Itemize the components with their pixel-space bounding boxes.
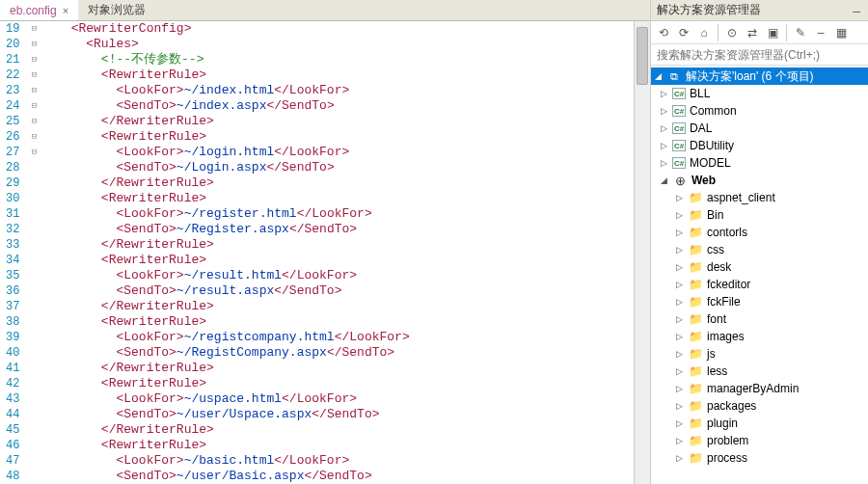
folder-node[interactable]: ▷📁plugin (651, 415, 868, 432)
folder-node[interactable]: ▷📁packages (651, 397, 868, 415)
folder-icon: 📁 (688, 364, 703, 378)
globe-icon: ⊕ (672, 174, 688, 187)
folder-icon: 📁 (688, 278, 703, 291)
toolbar-button[interactable]: ✎ (792, 24, 809, 41)
separator (718, 24, 719, 41)
scrollbar-thumb[interactable] (637, 27, 648, 85)
tab-label: eb.config (10, 4, 57, 17)
minimize-icon[interactable]: – (851, 3, 862, 18)
folder-node[interactable]: ▷📁fckeditor (651, 276, 868, 293)
expander-icon[interactable]: ▷ (674, 314, 684, 324)
toolbar-button[interactable]: ⇄ (744, 24, 761, 41)
solution-explorer: 解决方案资源管理器 – ⟲⟳⌂⊙⇄▣✎–▦ ◢⧉解决方案'loan' (6 个项… (651, 0, 868, 484)
project-node[interactable]: ▷C#Common (651, 102, 868, 120)
node-label: packages (707, 399, 756, 413)
folder-node[interactable]: ▷📁contorls (651, 224, 868, 241)
expander-icon[interactable]: ◢ (659, 175, 668, 185)
folder-node[interactable]: ▷📁problem (651, 432, 868, 449)
folder-icon: 📁 (688, 382, 703, 395)
expander-icon[interactable]: ◢ (653, 71, 663, 81)
expander-icon[interactable]: ▷ (674, 332, 684, 341)
tab-active[interactable]: eb.config × (0, 0, 78, 20)
expander-icon[interactable]: ▷ (674, 366, 684, 376)
folder-icon: 📁 (688, 191, 703, 204)
expander-icon[interactable]: ▷ (659, 158, 668, 168)
folder-icon: 📁 (688, 451, 703, 465)
line-number-gutter: 1920212223242526272829303132333435363738… (0, 21, 27, 484)
folder-node[interactable]: ▷📁font (651, 310, 868, 328)
node-label: css (707, 243, 724, 256)
scrollbar-vertical[interactable] (634, 21, 650, 484)
node-label: contorls (707, 226, 747, 239)
toolbar-button[interactable]: ⌂ (695, 24, 713, 41)
folder-node[interactable]: ▷📁Bin (651, 206, 868, 224)
fold-column[interactable]: ⊟⊟⊟⊟⊟⊟⊟⊟⊟ (27, 21, 41, 484)
tab-label: 对象浏览器 (88, 2, 146, 18)
expander-icon[interactable]: ▷ (674, 401, 684, 411)
node-label: managerByAdmin (707, 382, 799, 395)
expander-icon[interactable]: ▷ (674, 297, 684, 307)
search-input[interactable] (651, 48, 868, 62)
expander-icon[interactable]: ▷ (659, 141, 668, 150)
expander-icon[interactable]: ▷ (674, 349, 684, 359)
folder-node[interactable]: ▷📁less (651, 363, 868, 380)
expander-icon[interactable]: ▷ (674, 418, 684, 428)
expander-icon[interactable]: ▷ (674, 453, 684, 463)
csproj-icon: C# (672, 157, 686, 169)
web-project-node[interactable]: ◢⊕Web (651, 172, 868, 189)
close-icon[interactable]: × (63, 5, 68, 16)
solution-node[interactable]: ◢⧉解决方案'loan' (6 个项目) (651, 67, 868, 85)
expander-icon[interactable]: ▷ (674, 262, 684, 272)
folder-node[interactable]: ▷📁aspnet_client (651, 189, 868, 206)
toolbar-button[interactable]: ⟳ (675, 24, 692, 41)
solution-icon: ⧉ (666, 69, 682, 83)
folder-node[interactable]: ▷📁managerByAdmin (651, 380, 868, 397)
folder-node[interactable]: ▷📁fckFile (651, 293, 868, 310)
toolbar-button[interactable]: ⊙ (723, 24, 741, 41)
expander-icon[interactable]: ▷ (674, 228, 684, 237)
folder-icon: 📁 (688, 417, 703, 430)
expander-icon[interactable]: ▷ (674, 193, 684, 202)
solution-title-bar: 解决方案资源管理器 – (651, 0, 868, 21)
expander-icon[interactable]: ▷ (659, 123, 668, 133)
node-label: less (707, 364, 727, 378)
expander-icon[interactable]: ▷ (674, 245, 684, 255)
toolbar-button[interactable]: – (812, 24, 829, 41)
project-node[interactable]: ▷C#BLL (651, 85, 868, 102)
folder-icon: 📁 (688, 312, 703, 326)
folder-node[interactable]: ▷📁js (651, 345, 868, 363)
folder-node[interactable]: ▷📁images (651, 328, 868, 345)
csproj-icon: C# (672, 122, 686, 134)
node-label: js (707, 347, 716, 361)
toolbar-button[interactable]: ▦ (832, 24, 850, 41)
node-label: plugin (707, 417, 738, 430)
folder-node[interactable]: ▷📁process (651, 449, 868, 467)
expander-icon[interactable]: ▷ (674, 436, 684, 445)
node-label: 解决方案'loan' (6 个项目) (686, 68, 814, 85)
project-node[interactable]: ▷C#DBUtility (651, 137, 868, 154)
code-area[interactable]: 1920212223242526272829303132333435363738… (0, 21, 650, 484)
folder-icon: 📁 (688, 226, 703, 239)
expander-icon[interactable]: ▷ (674, 280, 684, 289)
expander-icon[interactable]: ▷ (674, 384, 684, 393)
folder-icon: 📁 (688, 330, 703, 343)
toolbar-button[interactable]: ⟲ (655, 24, 672, 41)
folder-icon: 📁 (688, 243, 703, 256)
node-label: fckeditor (707, 278, 750, 291)
tab-object-browser[interactable]: 对象浏览器 (78, 0, 155, 20)
project-node[interactable]: ▷C#MODEL (651, 154, 868, 172)
node-label: problem (707, 434, 748, 447)
expander-icon[interactable]: ▷ (659, 106, 668, 116)
expander-icon[interactable]: ▷ (674, 210, 684, 220)
node-label: DAL (690, 121, 712, 135)
project-node[interactable]: ▷C#DAL (651, 120, 868, 137)
solution-tree[interactable]: ◢⧉解决方案'loan' (6 个项目)▷C#BLL▷C#Common▷C#DA… (651, 66, 868, 484)
folder-node[interactable]: ▷📁css (651, 241, 868, 258)
toolbar-button[interactable]: ▣ (764, 24, 781, 41)
code-content[interactable]: <RewriterConfig> <Rules> <!--不传参数--> <Re… (41, 21, 650, 484)
folder-node[interactable]: ▷📁desk (651, 258, 868, 276)
csproj-icon: C# (672, 140, 686, 151)
expander-icon[interactable]: ▷ (659, 89, 668, 98)
solution-search[interactable] (651, 44, 868, 66)
node-label: fckFile (707, 295, 741, 309)
